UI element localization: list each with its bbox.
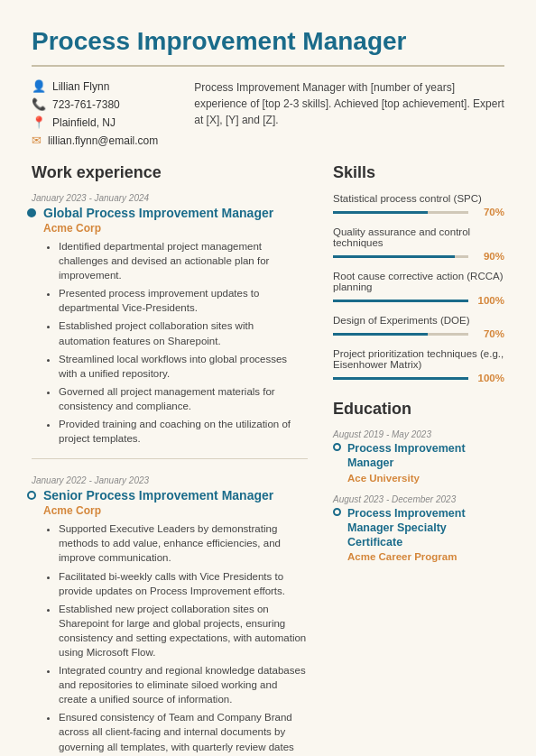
job-dot [27,491,36,500]
education-container: August 2019 - May 2023Process Improvemen… [333,429,504,562]
job-bullet: Governed all project management material… [59,384,308,413]
summary-text: Process Improvement Manager with [number… [194,79,504,147]
skill-bar-bg [333,255,468,258]
skills-title: Skills [333,163,504,182]
skill-label: Statistical process control (SPC) [333,193,504,204]
work-experience-title: Work experience [32,163,308,182]
contact-phone: 📞 723-761-7380 [32,97,158,111]
skill-bar-row: 70% [333,328,504,339]
job-bullet: Identified departmental project manageme… [59,239,308,282]
job-bullet: Ensured consistency of Team and Company … [59,710,308,756]
job-dot [27,208,36,217]
work-experience-section: Work experience January 2023 - January 2… [32,163,308,756]
skill-item: Statistical process control (SPC)70% [333,193,504,217]
company-name: Acme Corp [43,222,308,235]
location-icon: 📍 [32,115,46,129]
job-entry: January 2022 - January 2023Senior Proces… [32,475,308,756]
email-icon: ✉ [32,134,42,147]
job-entry: January 2023 - January 2024Global Proces… [32,193,308,459]
person-icon: 👤 [32,79,46,93]
skill-label: Project prioritization techniques (e.g.,… [333,348,504,370]
job-title-row: Global Process Improvement Manager [32,206,308,220]
page-title: Process Improvement Manager [32,27,504,56]
skills-section: Skills Statistical process control (SPC)… [333,163,504,383]
job-bullet: Streamlined local workflows into global … [59,352,308,381]
skill-bar-bg [333,377,468,380]
edu-company: Acme Career Program [347,551,504,562]
skill-label: Root cause corrective action (RCCA) plan… [333,271,504,292]
edu-title-row: Process Improvement Manager [333,441,504,471]
education-title: Education [333,400,504,419]
jobs-container: January 2023 - January 2024Global Proces… [32,193,308,756]
job-bullet: Supported Executive Leaders by demonstra… [59,521,308,565]
edu-company: Ace University [347,473,504,484]
edu-date: August 2019 - May 2023 [333,429,504,439]
header-divider [32,65,504,67]
skill-percentage: 90% [476,251,504,262]
job-divider [32,458,308,459]
contact-left: 👤 Lillian Flynn 📞 723-761-7380 📍 Plainfi… [32,79,158,147]
skill-bar-row: 70% [333,207,504,217]
job-bullet: Presented process improvement updates to… [59,286,308,315]
right-column: Skills Statistical process control (SPC)… [333,163,504,756]
skill-bar-fill [333,255,455,258]
skill-percentage: 70% [476,207,504,217]
main-content: Work experience January 2023 - January 2… [32,163,504,756]
edu-dot [333,508,341,516]
left-column: Work experience January 2023 - January 2… [32,163,308,756]
phone-icon: 📞 [32,97,46,111]
skill-bar-row: 90% [333,251,504,262]
skill-percentage: 100% [476,295,504,306]
skill-item: Root cause corrective action (RCCA) plan… [333,271,504,306]
skill-item: Project prioritization techniques (e.g.,… [333,348,504,383]
skill-bar-fill [333,377,468,380]
contact-section: 👤 Lillian Flynn 📞 723-761-7380 📍 Plainfi… [32,79,504,147]
edu-title: Process Improvement Manager [347,441,504,471]
job-bullet: Established new project collaboration si… [59,602,308,659]
job-date: January 2023 - January 2024 [32,193,308,203]
job-title: Global Process Improvement Manager [43,206,273,220]
skill-bar-row: 100% [333,295,504,306]
edu-title: Process Improvement Manager Specialty Ce… [347,506,504,550]
contact-email: ✉ lillian.flynn@email.com [32,134,158,147]
job-title-row: Senior Process Improvement Manager [32,488,308,502]
skill-bar-row: 100% [333,373,504,383]
skill-percentage: 100% [476,373,504,383]
edu-entry: August 2019 - May 2023Process Improvemen… [333,429,504,484]
page: Process Improvement Manager 👤 Lillian Fl… [0,0,536,756]
skill-bar-fill [333,211,428,214]
skill-bar-fill [333,300,468,302]
edu-date: August 2023 - December 2023 [333,494,504,504]
skill-bar-bg [333,211,468,214]
skill-percentage: 70% [476,328,504,339]
education-section: Education August 2019 - May 2023Process … [333,400,504,562]
job-bullet: Integrated country and regional knowledg… [59,663,308,706]
skill-bar-bg [333,333,468,336]
contact-location: 📍 Plainfield, NJ [32,115,158,129]
company-name: Acme Corp [43,504,308,517]
edu-title-row: Process Improvement Manager Specialty Ce… [333,506,504,550]
job-bullet: Facilitated bi-weekly calls with Vice Pr… [59,569,308,598]
skill-label: Design of Experiments (DOE) [333,315,504,326]
skill-label: Quality assurance and control techniques [333,226,504,248]
job-date: January 2022 - January 2023 [32,475,308,485]
job-bullets: Supported Executive Leaders by demonstra… [48,521,308,756]
job-title: Senior Process Improvement Manager [43,488,273,502]
edu-dot [333,443,341,451]
skill-item: Quality assurance and control techniques… [333,226,504,262]
job-bullet: Provided training and coaching on the ut… [59,417,308,446]
skill-bar-bg [333,300,468,302]
contact-name: 👤 Lillian Flynn [32,79,158,93]
edu-entry: August 2023 - December 2023Process Impro… [333,494,504,563]
skill-item: Design of Experiments (DOE)70% [333,315,504,339]
skills-container: Statistical process control (SPC)70%Qual… [333,193,504,383]
skill-bar-fill [333,333,428,336]
job-bullets: Identified departmental project manageme… [48,239,308,446]
job-bullet: Established project collaboration sites … [59,318,308,347]
